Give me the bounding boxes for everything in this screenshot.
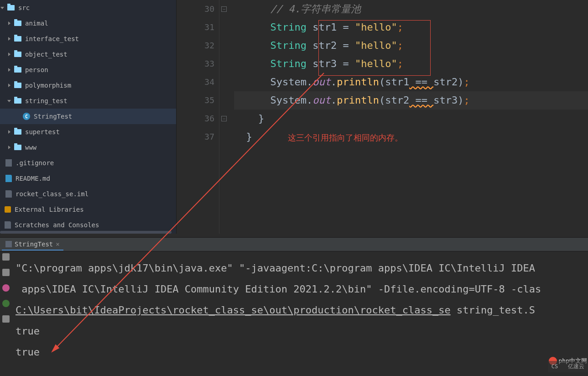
code-indent xyxy=(234,40,270,51)
watermark-yisu: CS 亿速云 xyxy=(548,361,588,372)
folder-icon xyxy=(14,129,21,135)
resume-icon[interactable] xyxy=(2,300,10,307)
run-tool-window[interactable]: StringTest × "C:\program apps\jdk17\bin\… xyxy=(0,237,588,376)
settings-icon[interactable] xyxy=(2,315,10,323)
console-line: "C:\program apps\jdk17\bin\java.exe" "-j… xyxy=(16,262,535,274)
folder-icon xyxy=(7,5,15,10)
console-line: string_test.S xyxy=(451,304,535,316)
console-output-true2: true xyxy=(16,346,40,358)
markdown-file-icon xyxy=(5,175,12,182)
arrow-right-icon[interactable] xyxy=(7,52,11,57)
tree-item-label: string_test xyxy=(25,97,68,104)
tree-item-supertest[interactable]: supertest xyxy=(0,124,176,140)
string-literal: "hello" xyxy=(355,58,397,69)
console-path-link[interactable]: C:\Users\bit\IdeaProjects\rocket_class_s… xyxy=(16,304,451,316)
folder-icon xyxy=(14,145,21,150)
arrow-down-icon[interactable] xyxy=(0,5,5,10)
arrow-right-icon[interactable] xyxy=(7,145,11,150)
line-number: 34 xyxy=(177,73,214,91)
tree-item-www[interactable]: www xyxy=(0,140,176,155)
paren: ( xyxy=(379,76,385,88)
code-indent xyxy=(234,94,270,106)
tree-item-string_test[interactable]: string_test xyxy=(0,93,176,109)
semicolon: ; xyxy=(463,94,469,106)
dot: . xyxy=(307,76,312,88)
tree-item-readme-md[interactable]: README.md xyxy=(0,171,176,186)
paren: ( xyxy=(379,94,385,106)
tree-item-person[interactable]: person xyxy=(0,62,176,78)
code-editor[interactable]: 30 31 32 33 34 35 36 37 − − // 4.字符串常量池 … xyxy=(176,0,588,234)
close-brace: } xyxy=(246,131,252,142)
step-icon[interactable] xyxy=(2,269,10,276)
fold-marker-icon[interactable]: − xyxy=(221,116,227,121)
tree-item-label: www xyxy=(25,144,36,151)
watermark-yisu-text: 亿速云 xyxy=(568,363,584,370)
tree-item-label: person xyxy=(25,66,48,73)
run-tab[interactable]: StringTest × xyxy=(2,239,63,251)
class-ref: System xyxy=(270,76,306,88)
code-indent xyxy=(234,113,258,124)
semicolon: ; xyxy=(397,21,403,33)
arrow-right-icon[interactable] xyxy=(7,68,11,72)
arrow-right-icon[interactable] xyxy=(7,83,11,88)
console-output[interactable]: "C:\program apps\jdk17\bin\java.exe" "-j… xyxy=(0,251,588,367)
exit-icon[interactable] xyxy=(2,284,10,292)
static-field: out xyxy=(312,76,331,88)
class-icon: C xyxy=(23,113,30,120)
arrow-right-icon[interactable] xyxy=(7,37,11,41)
tree-item-src[interactable]: src xyxy=(0,0,176,16)
tree-item-animal[interactable]: animal xyxy=(0,16,176,31)
dot: . xyxy=(331,76,337,88)
scratches-icon xyxy=(5,221,11,229)
line-number: 30 xyxy=(177,0,214,18)
line-gutter: 30 31 32 33 34 35 36 37 xyxy=(177,0,219,234)
line-number: 32 xyxy=(177,37,214,55)
folder-icon xyxy=(14,36,21,42)
close-tab-icon[interactable]: × xyxy=(56,240,59,248)
semicolon: ; xyxy=(397,40,403,51)
line-number: 35 xyxy=(177,91,214,110)
eq-operator: == xyxy=(409,76,433,88)
tree-item-label: supertest xyxy=(25,128,60,136)
tree-item-scratches-and-consoles[interactable]: Scratches and Consoles xyxy=(0,217,176,233)
comment-text: // 4.字符串常量池 xyxy=(270,3,360,15)
tree-item-label: object_test xyxy=(25,51,68,58)
folder-icon xyxy=(14,83,21,88)
tree-item-polymorphism[interactable]: polymorphism xyxy=(0,78,176,93)
watermark-cs: CS xyxy=(552,363,558,370)
method-call: println xyxy=(337,94,379,106)
code-area[interactable]: // 4.字符串常量池 String str1 = "hello"; Strin… xyxy=(229,0,588,234)
sidebar-scrollbar[interactable] xyxy=(0,231,172,234)
semicolon: ; xyxy=(397,58,403,69)
run-tab-label: StringTest xyxy=(15,240,53,248)
paren: ) xyxy=(458,76,463,88)
tree-item-interface_test[interactable]: interface_test xyxy=(0,31,176,47)
tree-item-external-libraries[interactable]: External Libraries xyxy=(0,202,176,217)
arrow-right-icon[interactable] xyxy=(7,21,11,26)
tree-item-object_test[interactable]: object_test xyxy=(0,47,176,62)
tree-item-stringtest[interactable]: CStringTest xyxy=(0,109,176,124)
code-indent xyxy=(234,76,270,88)
tree-item--gitignore[interactable]: .gitignore xyxy=(0,155,176,171)
paren: ) xyxy=(458,94,463,106)
tree-item-rocket_class_se-iml[interactable]: rocket_class_se.iml xyxy=(0,186,176,202)
variable: str2 xyxy=(385,94,409,106)
tree-item-label: Scratches and Consoles xyxy=(15,221,99,229)
tree-item-label: External Libraries xyxy=(15,206,84,213)
code-indent xyxy=(234,58,270,69)
dot: . xyxy=(331,94,337,106)
type-keyword: String xyxy=(270,58,306,69)
arrow-right-icon[interactable] xyxy=(7,130,11,134)
line-number: 31 xyxy=(177,18,214,37)
arrow-down-icon[interactable] xyxy=(7,99,11,103)
variable: str3 xyxy=(312,58,337,69)
tree-item-label: interface_test xyxy=(25,35,79,42)
line-number: 36 xyxy=(177,110,214,128)
rerun-icon[interactable] xyxy=(2,253,10,261)
project-tree[interactable]: srcanimalinterface_testobject_testperson… xyxy=(0,0,176,234)
fold-marker-icon[interactable]: − xyxy=(221,6,227,12)
operator: = xyxy=(337,58,355,69)
close-brace: } xyxy=(258,113,264,124)
code-indent xyxy=(234,3,270,15)
tool-strip xyxy=(0,253,12,345)
